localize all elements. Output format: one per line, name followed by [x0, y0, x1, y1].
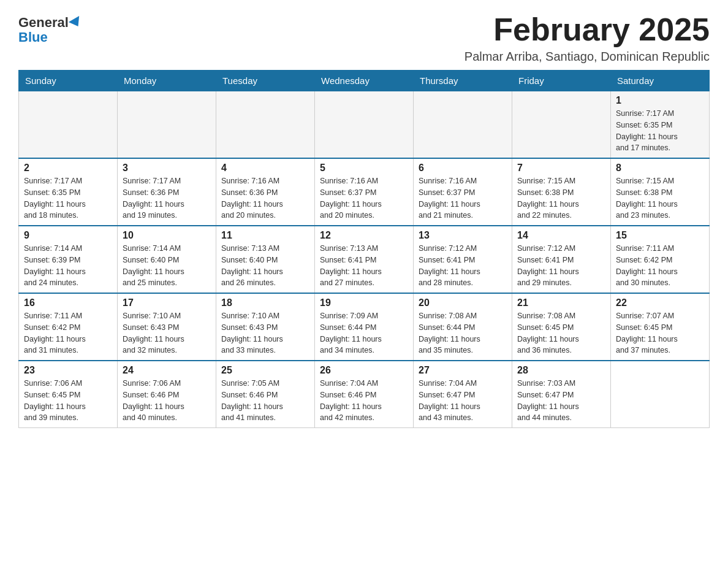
calendar-day-cell: 2Sunrise: 7:17 AMSunset: 6:35 PMDaylight…	[19, 158, 118, 226]
calendar-day-cell: 17Sunrise: 7:10 AMSunset: 6:43 PMDayligh…	[118, 293, 216, 361]
day-info: Sunrise: 7:15 AMSunset: 6:38 PMDaylight:…	[517, 175, 605, 221]
day-info: Sunrise: 7:16 AMSunset: 6:37 PMDaylight:…	[419, 175, 507, 221]
day-number: 23	[24, 365, 112, 376]
day-info: Sunrise: 7:11 AMSunset: 6:42 PMDaylight:…	[616, 243, 704, 289]
logo-general-text: General	[18, 15, 69, 30]
calendar-title: February 2025	[464, 12, 710, 47]
day-number: 13	[419, 230, 507, 241]
day-number: 5	[320, 163, 408, 174]
day-info: Sunrise: 7:13 AMSunset: 6:40 PMDaylight:…	[221, 243, 309, 289]
day-number: 2	[24, 163, 112, 174]
calendar-week-row: 23Sunrise: 7:06 AMSunset: 6:45 PMDayligh…	[19, 361, 710, 428]
calendar-day-cell: 10Sunrise: 7:14 AMSunset: 6:40 PMDayligh…	[118, 226, 216, 293]
weekday-header-saturday: Saturday	[611, 71, 710, 91]
logo-flag-icon	[69, 16, 83, 29]
day-info: Sunrise: 7:17 AMSunset: 6:36 PMDaylight:…	[123, 175, 211, 221]
title-area: February 2025 Palmar Arriba, Santiago, D…	[464, 12, 710, 64]
calendar-day-cell: 28Sunrise: 7:03 AMSunset: 6:47 PMDayligh…	[512, 361, 611, 428]
day-info: Sunrise: 7:06 AMSunset: 6:46 PMDaylight:…	[123, 378, 211, 424]
day-number: 16	[24, 297, 112, 308]
day-number: 28	[517, 365, 605, 376]
calendar-day-cell: 15Sunrise: 7:11 AMSunset: 6:42 PMDayligh…	[611, 226, 710, 293]
day-number: 12	[320, 230, 408, 241]
calendar-day-cell: 16Sunrise: 7:11 AMSunset: 6:42 PMDayligh…	[19, 293, 118, 361]
day-number: 20	[419, 297, 507, 308]
calendar-day-cell: 18Sunrise: 7:10 AMSunset: 6:43 PMDayligh…	[216, 293, 315, 361]
day-info: Sunrise: 7:08 AMSunset: 6:45 PMDaylight:…	[517, 310, 605, 356]
calendar-day-cell	[315, 91, 414, 159]
calendar-day-cell: 9Sunrise: 7:14 AMSunset: 6:39 PMDaylight…	[19, 226, 118, 293]
day-info: Sunrise: 7:17 AMSunset: 6:35 PMDaylight:…	[616, 108, 704, 154]
calendar-day-cell: 13Sunrise: 7:12 AMSunset: 6:41 PMDayligh…	[414, 226, 512, 293]
day-info: Sunrise: 7:06 AMSunset: 6:45 PMDaylight:…	[24, 378, 112, 424]
day-info: Sunrise: 7:08 AMSunset: 6:44 PMDaylight:…	[419, 310, 507, 356]
day-number: 22	[616, 297, 704, 308]
day-info: Sunrise: 7:14 AMSunset: 6:39 PMDaylight:…	[24, 243, 112, 289]
day-info: Sunrise: 7:11 AMSunset: 6:42 PMDaylight:…	[24, 310, 112, 356]
calendar-subtitle: Palmar Arriba, Santiago, Dominican Repub…	[464, 50, 710, 64]
day-number: 6	[419, 163, 507, 174]
weekday-header-tuesday: Tuesday	[216, 71, 315, 91]
calendar-day-cell: 24Sunrise: 7:06 AMSunset: 6:46 PMDayligh…	[118, 361, 216, 428]
day-number: 25	[221, 365, 309, 376]
day-info: Sunrise: 7:12 AMSunset: 6:41 PMDaylight:…	[517, 243, 605, 289]
calendar-day-cell: 4Sunrise: 7:16 AMSunset: 6:36 PMDaylight…	[216, 158, 315, 226]
calendar-day-cell: 26Sunrise: 7:04 AMSunset: 6:46 PMDayligh…	[315, 361, 414, 428]
day-number: 9	[24, 230, 112, 241]
day-info: Sunrise: 7:15 AMSunset: 6:38 PMDaylight:…	[616, 175, 704, 221]
calendar-table: SundayMondayTuesdayWednesdayThursdayFrid…	[18, 70, 710, 428]
day-info: Sunrise: 7:03 AMSunset: 6:47 PMDaylight:…	[517, 378, 605, 424]
day-number: 19	[320, 297, 408, 308]
calendar-day-cell: 27Sunrise: 7:04 AMSunset: 6:47 PMDayligh…	[414, 361, 512, 428]
calendar-day-cell	[19, 91, 118, 159]
day-number: 11	[221, 230, 309, 241]
day-number: 21	[517, 297, 605, 308]
calendar-day-cell: 3Sunrise: 7:17 AMSunset: 6:36 PMDaylight…	[118, 158, 216, 226]
calendar-day-cell: 19Sunrise: 7:09 AMSunset: 6:44 PMDayligh…	[315, 293, 414, 361]
day-number: 3	[123, 163, 211, 174]
day-info: Sunrise: 7:16 AMSunset: 6:36 PMDaylight:…	[221, 175, 309, 221]
calendar-day-cell	[414, 91, 512, 159]
calendar-day-cell: 23Sunrise: 7:06 AMSunset: 6:45 PMDayligh…	[19, 361, 118, 428]
calendar-day-cell: 6Sunrise: 7:16 AMSunset: 6:37 PMDaylight…	[414, 158, 512, 226]
day-info: Sunrise: 7:16 AMSunset: 6:37 PMDaylight:…	[320, 175, 408, 221]
day-info: Sunrise: 7:17 AMSunset: 6:35 PMDaylight:…	[24, 175, 112, 221]
calendar-day-cell: 20Sunrise: 7:08 AMSunset: 6:44 PMDayligh…	[414, 293, 512, 361]
weekday-header-friday: Friday	[512, 71, 611, 91]
day-number: 17	[123, 297, 211, 308]
day-info: Sunrise: 7:05 AMSunset: 6:46 PMDaylight:…	[221, 378, 309, 424]
calendar-week-row: 1Sunrise: 7:17 AMSunset: 6:35 PMDaylight…	[19, 91, 710, 159]
weekday-header-wednesday: Wednesday	[315, 71, 414, 91]
calendar-day-cell	[216, 91, 315, 159]
day-number: 18	[221, 297, 309, 308]
day-number: 10	[123, 230, 211, 241]
day-number: 27	[419, 365, 507, 376]
day-number: 14	[517, 230, 605, 241]
day-info: Sunrise: 7:04 AMSunset: 6:47 PMDaylight:…	[419, 378, 507, 424]
day-number: 15	[616, 230, 704, 241]
day-info: Sunrise: 7:14 AMSunset: 6:40 PMDaylight:…	[123, 243, 211, 289]
calendar-day-cell: 7Sunrise: 7:15 AMSunset: 6:38 PMDaylight…	[512, 158, 611, 226]
calendar-day-cell: 14Sunrise: 7:12 AMSunset: 6:41 PMDayligh…	[512, 226, 611, 293]
calendar-day-cell: 8Sunrise: 7:15 AMSunset: 6:38 PMDaylight…	[611, 158, 710, 226]
calendar-day-cell	[611, 361, 710, 428]
day-number: 1	[616, 95, 704, 106]
weekday-header-row: SundayMondayTuesdayWednesdayThursdayFrid…	[19, 71, 710, 91]
calendar-day-cell: 22Sunrise: 7:07 AMSunset: 6:45 PMDayligh…	[611, 293, 710, 361]
day-info: Sunrise: 7:13 AMSunset: 6:41 PMDaylight:…	[320, 243, 408, 289]
calendar-week-row: 16Sunrise: 7:11 AMSunset: 6:42 PMDayligh…	[19, 293, 710, 361]
day-number: 24	[123, 365, 211, 376]
calendar-day-cell: 11Sunrise: 7:13 AMSunset: 6:40 PMDayligh…	[216, 226, 315, 293]
day-info: Sunrise: 7:12 AMSunset: 6:41 PMDaylight:…	[419, 243, 507, 289]
calendar-day-cell	[512, 91, 611, 159]
weekday-header-sunday: Sunday	[19, 71, 118, 91]
day-info: Sunrise: 7:09 AMSunset: 6:44 PMDaylight:…	[320, 310, 408, 356]
calendar-day-cell: 21Sunrise: 7:08 AMSunset: 6:45 PMDayligh…	[512, 293, 611, 361]
day-number: 8	[616, 163, 704, 174]
calendar-day-cell: 25Sunrise: 7:05 AMSunset: 6:46 PMDayligh…	[216, 361, 315, 428]
logo-blue-text: Blue	[18, 30, 48, 45]
header: General Blue February 2025 Palmar Arriba…	[18, 12, 710, 64]
day-info: Sunrise: 7:04 AMSunset: 6:46 PMDaylight:…	[320, 378, 408, 424]
day-number: 7	[517, 163, 605, 174]
calendar-week-row: 2Sunrise: 7:17 AMSunset: 6:35 PMDaylight…	[19, 158, 710, 226]
